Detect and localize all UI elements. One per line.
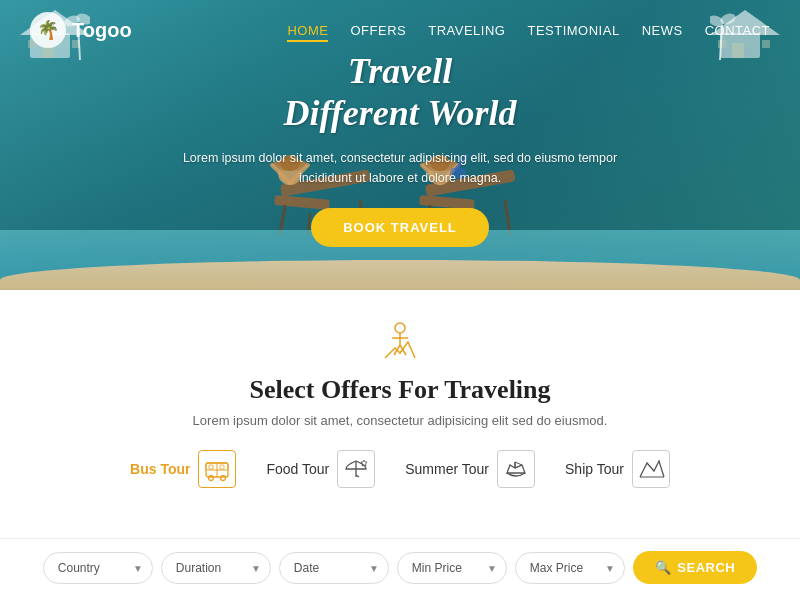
nav-item-testimonial[interactable]: TESTIMONIAL <box>527 21 619 39</box>
book-travel-button[interactable]: BOOK TRAVELL <box>311 208 489 247</box>
svg-point-40 <box>395 323 405 333</box>
country-select[interactable]: Country <box>43 552 153 584</box>
logo-icon: 🌴 <box>30 12 66 48</box>
tab-bus-tour[interactable]: Bus Tour <box>130 450 236 488</box>
duration-select[interactable]: Duration <box>161 552 271 584</box>
bus-tour-label: Bus Tour <box>130 461 190 477</box>
svg-rect-51 <box>220 465 224 469</box>
max-price-select[interactable]: Max Price <box>515 552 625 584</box>
offers-section: Select Offers For Traveling Lorem ipsum … <box>0 290 800 538</box>
tour-tabs: Bus Tour Food Tour <box>60 450 740 488</box>
search-bar: Country ▼ Duration ▼ Date ▼ Min Price ▼ … <box>0 538 800 596</box>
min-price-select[interactable]: Min Price <box>397 552 507 584</box>
food-tour-icon <box>337 450 375 488</box>
summer-tour-label: Summer Tour <box>405 461 489 477</box>
date-select[interactable]: Date <box>279 552 389 584</box>
nav-item-home[interactable]: HOME <box>287 21 328 39</box>
search-button-label: SEARCH <box>677 560 735 575</box>
nav-item-traveling[interactable]: TRAVELING <box>428 21 505 39</box>
offers-subtitle: Lorem ipsum dolor sit amet, consectetur … <box>60 413 740 428</box>
svg-point-47 <box>209 476 214 481</box>
max-price-select-wrap: Max Price ▼ <box>515 552 625 584</box>
search-button[interactable]: 🔍 SEARCH <box>633 551 757 584</box>
bus-tour-icon <box>198 450 236 488</box>
hero-section: 🌴 Togoo HOME OFFERS TRAVELING TESTIMONIA… <box>0 0 800 290</box>
search-icon: 🔍 <box>655 560 672 575</box>
tab-summer-tour[interactable]: Summer Tour <box>405 450 535 488</box>
offers-title: Select Offers For Traveling <box>60 375 740 405</box>
logo-text: Togoo <box>72 19 132 42</box>
tab-ship-tour[interactable]: Ship Tour <box>565 450 670 488</box>
hero-title-line2: Different World <box>150 92 650 134</box>
svg-point-48 <box>221 476 226 481</box>
tab-food-tour[interactable]: Food Tour <box>266 450 375 488</box>
food-tour-label: Food Tour <box>266 461 329 477</box>
duration-select-wrap: Duration ▼ <box>161 552 271 584</box>
ship-tour-label: Ship Tour <box>565 461 624 477</box>
summer-tour-icon <box>497 450 535 488</box>
svg-rect-50 <box>209 465 213 469</box>
hero-content: Travell Different World Lorem ipsum dolo… <box>150 50 650 247</box>
nav-item-contact[interactable]: CONTACT <box>705 21 770 39</box>
palm-tree-icon: 🌴 <box>37 19 59 41</box>
ship-tour-icon <box>632 450 670 488</box>
nav-item-offers[interactable]: OFFERS <box>350 21 406 39</box>
country-select-wrap: Country ▼ <box>43 552 153 584</box>
min-price-select-wrap: Min Price ▼ <box>397 552 507 584</box>
logo: 🌴 Togoo <box>30 12 132 48</box>
nav-item-news[interactable]: NEWS <box>642 21 683 39</box>
traveler-icon <box>60 320 740 367</box>
navbar: 🌴 Togoo HOME OFFERS TRAVELING TESTIMONIA… <box>0 0 800 60</box>
date-select-wrap: Date ▼ <box>279 552 389 584</box>
nav-links: HOME OFFERS TRAVELING TESTIMONIAL NEWS C… <box>287 21 770 39</box>
hero-subtitle: Lorem ipsum dolor sit amet, consectetur … <box>150 148 650 188</box>
